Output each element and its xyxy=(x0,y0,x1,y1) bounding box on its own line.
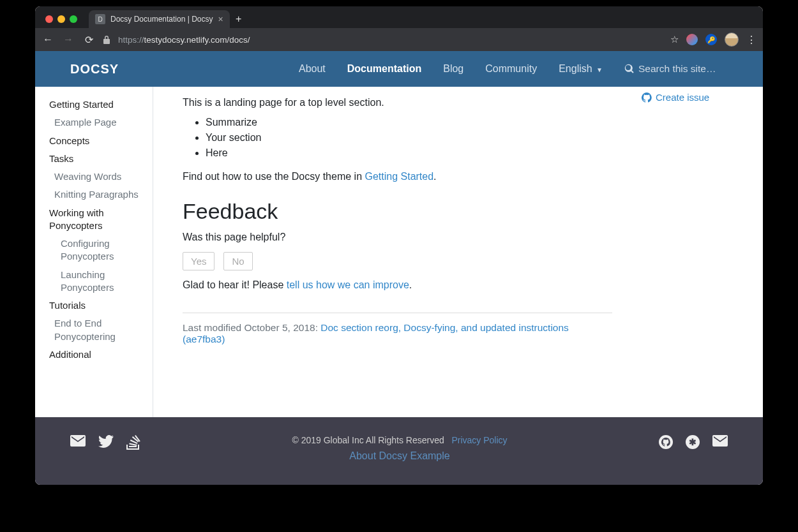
sidebar-item-tutorials[interactable]: Tutorials xyxy=(49,297,153,314)
feedback-heading: Feedback xyxy=(183,199,612,224)
bullet-item: Here xyxy=(206,145,612,161)
email-icon[interactable] xyxy=(712,435,728,449)
browser-tab[interactable]: D Docsy Documentation | Docsy × xyxy=(89,10,230,28)
url-protocol: https:// xyxy=(118,35,144,45)
intro-bullets: Summarize Your section Here xyxy=(206,115,612,161)
search-icon xyxy=(624,64,635,74)
bullet-item: Summarize xyxy=(206,115,612,130)
nav-lang-dropdown[interactable]: English ▼ xyxy=(559,63,603,75)
nav-link-community[interactable]: Community xyxy=(485,63,537,75)
site-brand[interactable]: DOCSY xyxy=(70,62,119,77)
footer-social-left xyxy=(70,435,140,450)
site-footer: © 2019 Global Inc All Rights Reserved Pr… xyxy=(35,417,763,485)
twitter-icon[interactable] xyxy=(98,435,114,450)
reload-button[interactable]: ⟳ xyxy=(82,34,95,46)
copyright: © 2019 Global Inc All Rights Reserved xyxy=(292,435,444,445)
slack-icon[interactable]: ✱ xyxy=(686,435,700,449)
sidebar-item-getting-started[interactable]: Getting Started xyxy=(49,96,153,114)
feedback-yes-button[interactable]: Yes xyxy=(183,252,215,270)
sidebar-item-example-page[interactable]: Example Page xyxy=(49,114,153,131)
sidebar-item-weaving-words[interactable]: Weaving Words xyxy=(49,168,153,186)
sidebar-item-concepts[interactable]: Concepts xyxy=(49,132,153,150)
sidebar-item-knitting-paragraphs[interactable]: Knitting Paragraphs xyxy=(49,186,153,203)
extension-icon-1[interactable] xyxy=(686,34,698,45)
feedback-thanks: Glad to hear it! Please tell us how we c… xyxy=(183,279,612,291)
browser-menu-icon[interactable]: ⋮ xyxy=(746,34,757,46)
sidebar-item-working-ponycopters[interactable]: Working with Ponycopters xyxy=(49,204,153,235)
left-sidebar: Getting Started Example Page Concepts Ta… xyxy=(35,87,153,417)
profile-avatar[interactable] xyxy=(725,33,739,47)
new-tab-button[interactable]: + xyxy=(230,10,248,28)
site-navbar: DOCSY About Documentation Blog Community… xyxy=(35,51,763,87)
last-modified: Last modified October 5, 2018: Doc secti… xyxy=(183,322,612,345)
footer-center: © 2019 Global Inc All Rights Reserved Pr… xyxy=(140,435,659,462)
sidebar-item-tasks[interactable]: Tasks xyxy=(49,150,153,168)
stackoverflow-icon[interactable] xyxy=(126,435,140,450)
getting-started-link[interactable]: Getting Started xyxy=(365,171,433,182)
lock-icon xyxy=(103,35,110,44)
privacy-link[interactable]: Privacy Policy xyxy=(451,435,507,445)
main-content: This is a landing page for a top level s… xyxy=(153,87,642,417)
intro-text: This is a landing page for a top level s… xyxy=(183,97,612,108)
close-window-button[interactable] xyxy=(45,15,53,23)
tab-close-icon[interactable]: × xyxy=(218,14,223,24)
page-content: Getting Started Example Page Concepts Ta… xyxy=(35,87,763,417)
window-controls xyxy=(41,15,82,28)
browser-window: D Docsy Documentation | Docsy × + ← → ⟳ … xyxy=(35,6,763,485)
divider xyxy=(183,313,612,313)
extension-icon-2[interactable]: 🔑 xyxy=(705,34,717,45)
create-issue-link[interactable]: Create issue xyxy=(642,92,746,103)
nav-link-blog[interactable]: Blog xyxy=(443,63,463,75)
improve-link[interactable]: tell us how we can improve xyxy=(287,279,409,290)
nav-links: About Documentation Blog Community Engli… xyxy=(299,63,728,75)
browser-toolbar: ← → ⟳ https://testydocsy.netlify.com/doc… xyxy=(35,28,763,51)
site-search xyxy=(624,63,728,75)
bullet-item: Your section xyxy=(206,130,612,145)
nav-link-about[interactable]: About xyxy=(299,63,326,75)
tab-title: Docsy Documentation | Docsy xyxy=(110,15,213,24)
bookmark-icon[interactable]: ☆ xyxy=(670,34,679,45)
about-link[interactable]: About Docsy Example xyxy=(140,450,659,462)
create-issue-label: Create issue xyxy=(656,92,709,103)
back-button[interactable]: ← xyxy=(41,34,54,45)
maximize-window-button[interactable] xyxy=(70,15,77,23)
tab-favicon: D xyxy=(95,14,105,24)
nav-lang-label: English xyxy=(559,63,592,74)
sidebar-item-configuring-ponycopters[interactable]: Configuring Ponycopters xyxy=(49,235,153,266)
right-sidebar: Create issue xyxy=(642,87,763,417)
url-path: testydocsy.netlify.com/docs/ xyxy=(144,35,250,45)
github-icon[interactable] xyxy=(659,435,673,449)
sidebar-item-additional[interactable]: Additional xyxy=(49,346,153,364)
email-icon[interactable] xyxy=(70,435,86,450)
nav-link-documentation[interactable]: Documentation xyxy=(347,63,421,75)
feedback-prompt: Was this page helpful? xyxy=(183,232,612,243)
sidebar-item-end-to-end[interactable]: End to End Ponycoptering xyxy=(49,314,153,346)
minimize-window-button[interactable] xyxy=(57,15,65,23)
findout-text: Find out how to use the Docsy theme in G… xyxy=(183,171,612,182)
github-icon xyxy=(642,92,652,103)
browser-tabbar: D Docsy Documentation | Docsy × + xyxy=(35,6,763,28)
search-input[interactable] xyxy=(638,63,728,75)
footer-social-right: ✱ xyxy=(659,435,728,449)
sidebar-item-launching-ponycopters[interactable]: Launching Ponycopters xyxy=(49,266,153,297)
address-bar[interactable]: https://testydocsy.netlify.com/docs/ xyxy=(118,35,663,45)
feedback-no-button[interactable]: No xyxy=(223,252,252,270)
chevron-down-icon: ▼ xyxy=(596,66,603,73)
feedback-buttons: Yes No xyxy=(183,252,612,270)
forward-button[interactable]: → xyxy=(62,34,75,45)
